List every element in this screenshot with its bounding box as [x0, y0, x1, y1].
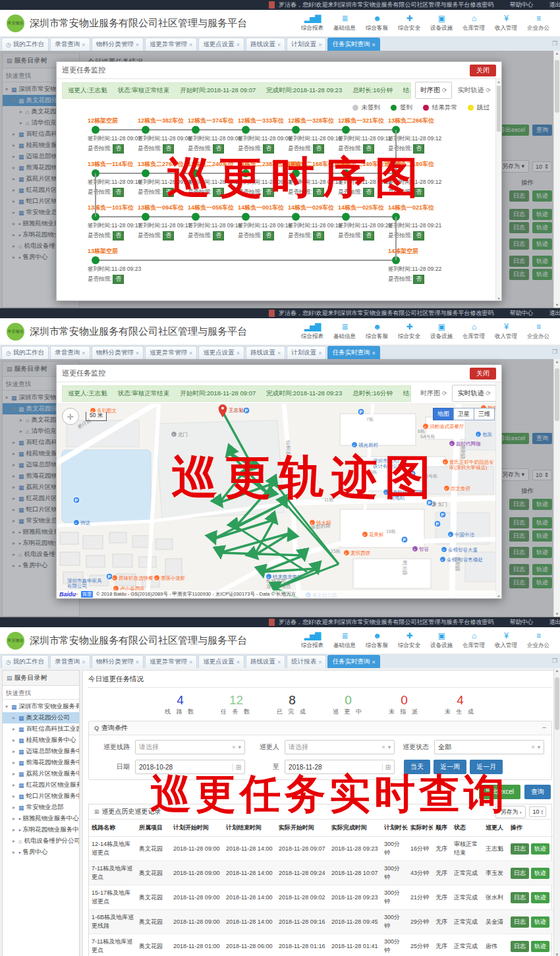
close-tab-icon[interactable]: × [82, 350, 85, 356]
tree-item-售房中心[interactable]: ▸▪售房中心 [3, 847, 79, 858]
change-password-link[interactable]: 修改密码 [470, 618, 494, 627]
toggle-icon[interactable]: ▸ [13, 782, 18, 788]
nav-仓库管理[interactable]: ⌂仓库管理 [462, 14, 485, 32]
close-button[interactable]: 关闭 [470, 368, 496, 380]
tab-路线设置[interactable]: 路线设置× [246, 655, 285, 668]
close-tab-icon[interactable]: × [136, 42, 139, 48]
近一月-button[interactable]: 近一月 [470, 760, 503, 774]
scroll-down-icon[interactable]: ▼ [554, 303, 560, 307]
toggle-icon[interactable]: ▸ [13, 726, 18, 732]
change-password-link[interactable]: 修改密码 [470, 1, 494, 9]
clear-icon[interactable]: × [232, 744, 235, 750]
page-scrollbar[interactable]: ▲▼ [553, 668, 560, 956]
close-tab-icon[interactable]: × [277, 42, 281, 48]
page-scrollbar[interactable]: ▲▼ [553, 359, 560, 617]
nav-收入管理[interactable]: ¥收入管理 [495, 322, 517, 341]
map-compass-control[interactable]: ✛ [62, 408, 79, 425]
date-from-input[interactable]: 2018-10-28 ⊞ [135, 760, 245, 774]
toggle-icon[interactable]: ▸ [13, 849, 18, 855]
scroll-thumb[interactable] [555, 368, 559, 421]
close-tab-icon[interactable]: × [277, 350, 281, 356]
map-type-卫星[interactable]: 卫星 [453, 408, 474, 420]
help-center-link[interactable]: 帮助中心 [510, 1, 534, 9]
track-button[interactable]: 轨迹 [531, 892, 549, 903]
tab-我的工作台[interactable]: ◷我的工作台 [1, 346, 49, 359]
scroll-down-icon[interactable]: ▼ [554, 953, 560, 956]
layout-toggle-icon[interactable]: ❐ [552, 40, 557, 47]
nav-企业办公[interactable]: ≡企业办公 [527, 631, 549, 650]
tree-item-深圳市常安物业服务有限公司[interactable]: ▾▦深圳市常安物业服务有限公司 [3, 701, 79, 712]
nav-综合安全[interactable]: ✚综合安全 [398, 631, 420, 650]
scroll-thumb[interactable] [555, 60, 559, 113]
refresh-icon[interactable]: ⟳ [442, 390, 447, 397]
quick-search-input[interactable] [3, 686, 79, 700]
tree-item-前海花园物业服务中心[interactable]: ▸▦前海花园物业服务中心 [3, 757, 79, 768]
tab-任务实时查询[interactable]: 任务实时查询× [327, 346, 379, 359]
巡更状态-select[interactable]: 全部×▾ [434, 740, 544, 754]
tree-item-百旺信高科技工业园物业服务中心[interactable]: ▸▦百旺信高科技工业园物业服务中心 [3, 723, 79, 735]
nav-综合客服[interactable]: ☻综合客服 [366, 14, 388, 32]
tree-item-荔苑片区物业服务中心[interactable]: ▸▦荔苑片区物业服务中心 [3, 768, 79, 779]
tree-item-丽雅苑物业服务中心[interactable]: ▸▪丽雅苑物业服务中心 [3, 813, 79, 824]
close-tab-icon[interactable]: × [136, 350, 139, 356]
page-size-select[interactable]: 10▴▾ [529, 806, 546, 817]
close-tab-icon[interactable]: × [189, 350, 192, 356]
clear-icon[interactable]: × [381, 744, 385, 750]
scroll-up-icon[interactable]: ▲ [554, 669, 560, 673]
date-to-input[interactable]: 2018-11-28 ⊞ [285, 760, 395, 774]
toggle-icon[interactable]: ▾ [5, 704, 11, 710]
map-type-三维[interactable]: 三维 [474, 408, 495, 420]
close-tab-icon[interactable]: × [136, 659, 139, 665]
toggle-icon[interactable]: ▸ [13, 793, 18, 799]
search-button[interactable]: 查询 [524, 785, 551, 799]
tab-我的工作台[interactable]: ◷我的工作台 [1, 655, 49, 668]
view-时序图-button[interactable]: 时序图⟳ [415, 82, 453, 99]
collapse-icon[interactable]: − [542, 721, 546, 735]
toggle-icon[interactable]: ▸ [13, 816, 18, 822]
tree-item-奥文花园分公司[interactable]: ▸▦奥文花园分公司 [3, 712, 79, 723]
近一周-button[interactable]: 近一周 [434, 760, 466, 774]
tab-物料分类管理[interactable]: 物料分类管理× [92, 655, 144, 668]
nav-综合安全[interactable]: ✚综合安全 [398, 14, 420, 32]
tab-巡更异常管理[interactable]: 巡更异常管理× [145, 346, 197, 359]
nav-综合安全[interactable]: ✚综合安全 [398, 322, 420, 341]
tab-物料分类管理[interactable]: 物料分类管理× [92, 38, 144, 51]
巡更人-select[interactable]: 请选择×▾ [285, 740, 395, 754]
track-button[interactable]: 轨迹 [531, 941, 549, 952]
tab-录音查询[interactable]: 录音查询× [50, 38, 90, 51]
tab-任务实时查询[interactable]: 任务实时查询× [327, 655, 379, 668]
modal-scrollbar[interactable]: ▴▾ [495, 79, 501, 300]
track-button[interactable]: 轨迹 [531, 868, 549, 879]
nav-仓库管理[interactable]: ⌂仓库管理 [462, 631, 485, 650]
nav-仓库管理[interactable]: ⌂仓库管理 [462, 322, 485, 341]
close-button[interactable]: 关闭 [470, 65, 496, 76]
tab-巡更点设置[interactable]: 巡更点设置× [198, 346, 244, 359]
refresh-icon[interactable]: ⟳ [442, 87, 447, 94]
toggle-icon[interactable]: ▸ [13, 771, 18, 777]
tab-巡更点设置[interactable]: 巡更点设置× [198, 38, 244, 51]
track-map[interactable]: 桥仔路仙桐道塘朗路塘朗路翠郡西路时分路7栋8栋10栋11栋15栋16栋6A号栋6… [57, 403, 501, 598]
nav-基础信息[interactable]: ≣基础信息 [333, 14, 356, 32]
tab-巡更异常管理[interactable]: 巡更异常管理× [145, 38, 197, 51]
nav-收入管理[interactable]: ¥收入管理 [495, 631, 517, 650]
close-tab-icon[interactable]: × [318, 42, 322, 48]
nav-设备设施[interactable]: ▣设备设施 [430, 631, 453, 650]
log-button[interactable]: 日志 [511, 892, 529, 903]
toggle-icon[interactable]: ▸ [13, 737, 18, 743]
track-button[interactable]: 轨迹 [531, 916, 549, 928]
nav-设备设施[interactable]: ▣设备设施 [430, 322, 453, 341]
toggle-icon[interactable]: ▸ [13, 804, 18, 810]
tree-item-东明花园物业服务中心[interactable]: ▸▪东明花园物业服务中心 [3, 824, 79, 835]
calendar-icon[interactable]: ⊞ [233, 764, 241, 771]
modal-scrollbar[interactable]: ▾ [495, 382, 501, 598]
nav-综合报表[interactable]: ▂▅▇综合报表 [301, 322, 323, 341]
close-tab-icon[interactable]: × [237, 42, 240, 48]
tab-我的工作台[interactable]: ◷我的工作台 [1, 38, 49, 51]
nav-基础信息[interactable]: ≣基础信息 [333, 322, 356, 341]
close-tab-icon[interactable]: × [82, 42, 85, 48]
refresh-icon[interactable]: ⟳ [486, 87, 491, 94]
save-as-button[interactable]: 另存为 ▾ [495, 806, 526, 818]
scroll-thumb[interactable] [555, 677, 559, 730]
tab-任务实时查询[interactable]: 任务实时查询× [327, 38, 379, 51]
tab-计划设置[interactable]: 计划设置× [287, 346, 326, 359]
